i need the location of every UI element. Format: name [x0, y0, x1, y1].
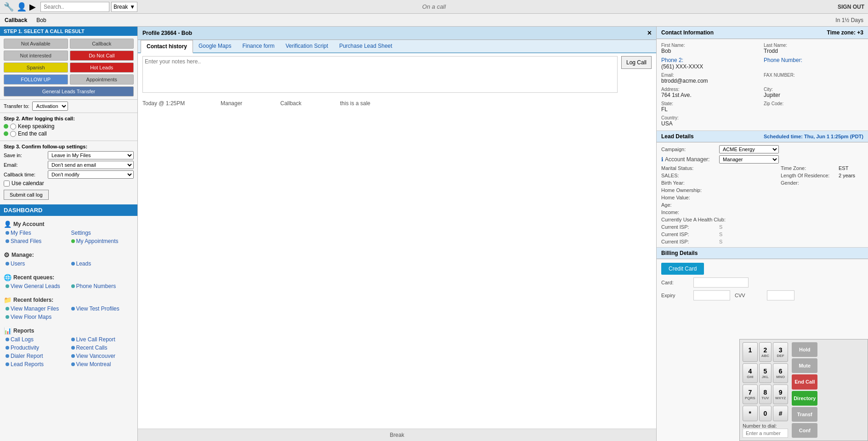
numpad-key-5[interactable]: 5JKL	[759, 363, 772, 383]
sidebar-item-users[interactable]: Users	[4, 260, 68, 267]
green-dot2-icon	[4, 131, 8, 136]
campaign-select[interactable]: ACME Energy	[719, 145, 779, 153]
submit-call-log-button[interactable]: Submit call log	[4, 190, 49, 200]
phone2-link[interactable]: Phone 2:	[661, 57, 761, 63]
log-call-button[interactable]: Log Call	[621, 56, 652, 69]
numpad-key-1[interactable]: 1	[743, 342, 758, 362]
notes-textarea[interactable]	[142, 56, 618, 93]
billing-header: Billing Details	[657, 248, 868, 259]
numpad-key-0[interactable]: 0	[759, 406, 772, 421]
callback-time-row: Callback time: Don't modify	[4, 170, 134, 179]
search-input[interactable]	[40, 2, 109, 12]
email-step3-select[interactable]: Don't send an email	[48, 161, 134, 169]
health-club-field: Currently Use A Health Club:	[661, 217, 863, 222]
sidebar-item-general-leads[interactable]: View General Leads	[4, 283, 68, 290]
sidebar-item-view-montreal[interactable]: View Montreal	[69, 361, 134, 368]
general-leads-transfer-button[interactable]: General Leads Transfer	[4, 86, 134, 96]
tab-contact-history[interactable]: Contact history	[141, 40, 193, 53]
folders-icon: 📁	[4, 296, 11, 304]
mute-button[interactable]: Mute	[792, 358, 817, 373]
sidebar-item-view-vancouver[interactable]: View Vancouver	[69, 352, 134, 360]
sidebar-item-phone-numbers[interactable]: Phone Numbers	[69, 283, 134, 290]
credit-card-button[interactable]: Credit Card	[661, 263, 704, 275]
numpad-key-9[interactable]: 9WXYZ	[773, 384, 788, 404]
phone-number-link[interactable]: Phone Number:	[764, 57, 863, 63]
scheduled-time: Scheduled time: Thu, Jun 1 1:25pm (PDT)	[764, 134, 863, 139]
use-calendar-checkbox[interactable]	[4, 181, 10, 187]
isp2-field: Current ISP: S	[661, 232, 779, 237]
card-input[interactable]	[693, 277, 749, 288]
birth-year-field: Birth Year:	[661, 180, 779, 186]
sidebar-item-productivity[interactable]: Productivity	[4, 344, 68, 351]
follow-up-button[interactable]: FOLLOW UP	[4, 74, 68, 85]
dot5-icon	[71, 262, 75, 266]
end-call-label: End the call	[18, 130, 47, 137]
end-call-button[interactable]: End Call	[792, 374, 817, 389]
numpad-key-3[interactable]: 3DEF	[773, 342, 788, 362]
numpad-key-6[interactable]: 6MNO	[773, 363, 788, 383]
numpad-key-8[interactable]: 8TUV	[759, 384, 772, 404]
contact-info-grid: First Name: Bob Last Name: Trodd Phone 2…	[657, 39, 868, 131]
sidebar-item-my-files[interactable]: My Files	[4, 229, 68, 237]
transfer-select[interactable]: Activation	[32, 102, 68, 111]
do-not-call-button[interactable]: Do Not Call	[70, 51, 134, 61]
sidebar-item-recent-calls[interactable]: Recent Calls	[69, 344, 134, 351]
numpad-key-#[interactable]: #	[773, 406, 788, 421]
end-call-radio[interactable]	[10, 131, 16, 137]
save-in-select[interactable]: Leave in My Files	[48, 151, 134, 159]
cvv-input[interactable]	[767, 290, 794, 300]
email-step3-label: Email:	[4, 162, 45, 168]
sidebar-item-test-profiles[interactable]: View Test Profiles	[69, 305, 134, 312]
transfer-button[interactable]: Transf	[792, 407, 817, 422]
reports-title: 📊 Reports	[4, 327, 134, 334]
sidebar-item-leads[interactable]: Leads	[69, 260, 134, 267]
spanish-button[interactable]: Spanish	[4, 62, 68, 73]
sidebar-item-appointments[interactable]: My Appointments	[69, 237, 134, 245]
sidebar-item-call-logs[interactable]: Call Logs	[4, 336, 68, 343]
numpad-key-7[interactable]: 7PQRS	[743, 384, 758, 404]
sidebar-item-floor-maps[interactable]: View Floor Maps	[4, 313, 68, 321]
numpad-grid: 12ABC3DEF4GHI5JKL6MNO7PQRS8TUV9WXYZ*0#	[743, 342, 788, 421]
directory-button[interactable]: Directory	[792, 391, 817, 406]
marital-field: Marital Status:	[661, 165, 779, 171]
dot-icon	[6, 231, 9, 235]
call-results-grid: Not Available Callback Not interested Do…	[0, 36, 137, 99]
numpad-key-4[interactable]: 4GHI	[743, 363, 758, 383]
hot-leads-button[interactable]: Hot Leads	[70, 62, 134, 73]
callback-button[interactable]: Callback	[70, 39, 134, 49]
dropdown-arrow-icon: ▼	[130, 4, 135, 10]
tab-purchase-lead-sheet[interactable]: Purchase Lead Sheet	[334, 40, 397, 53]
sign-out-button[interactable]: SIGN OUT	[838, 4, 864, 10]
sidebar-item-shared-files[interactable]: Shared Files	[4, 237, 68, 245]
keep-speaking-radio[interactable]	[10, 124, 16, 130]
main-layout: STEP 1. SELECT A CALL RESULT Not Availab…	[0, 27, 868, 441]
sidebar-item-live-call-report[interactable]: Live Call Report	[69, 336, 134, 343]
numpad-key-2[interactable]: 2ABC	[759, 342, 772, 362]
close-icon[interactable]: ×	[647, 29, 652, 37]
save-in-label: Save in:	[4, 153, 45, 158]
not-interested-button[interactable]: Not interested	[4, 51, 68, 61]
numpad-key-*[interactable]: *	[743, 406, 758, 421]
dial-input[interactable]	[743, 429, 788, 438]
callback-time-select[interactable]: Don't modify	[48, 170, 134, 179]
manage-section: ⚙ Manage: Users Leads	[0, 247, 137, 269]
appointments-button[interactable]: Appointments	[70, 74, 134, 85]
expiry-input[interactable]	[693, 290, 730, 300]
sidebar-item-manager-files[interactable]: View Manager Files	[4, 305, 68, 312]
tabs-bar: Contact history Google Maps Finance form…	[138, 40, 656, 53]
callback-time-label: Callback time:	[4, 172, 45, 177]
sidebar-item-lead-reports[interactable]: Lead Reports	[4, 361, 68, 368]
not-available-button[interactable]: Not Available	[4, 39, 68, 49]
sidebar-item-dialer-report[interactable]: Dialer Report	[4, 352, 68, 360]
sidebar-item-settings[interactable]: Settings	[69, 229, 134, 237]
account-manager-select[interactable]: Manager	[719, 155, 779, 164]
green-dot-icon	[4, 124, 8, 129]
manage-icon: ⚙	[4, 251, 10, 259]
hold-button[interactable]: Hold	[792, 342, 817, 357]
tab-google-maps[interactable]: Google Maps	[193, 40, 237, 53]
tab-finance-form[interactable]: Finance form	[237, 40, 280, 53]
conf-button[interactable]: Conf	[792, 423, 817, 438]
tab-verification-script[interactable]: Verification Script	[280, 40, 334, 53]
step1-label: STEP 1. SELECT A CALL RESULT	[0, 27, 137, 36]
break-dropdown[interactable]: Break ▼	[111, 2, 137, 12]
